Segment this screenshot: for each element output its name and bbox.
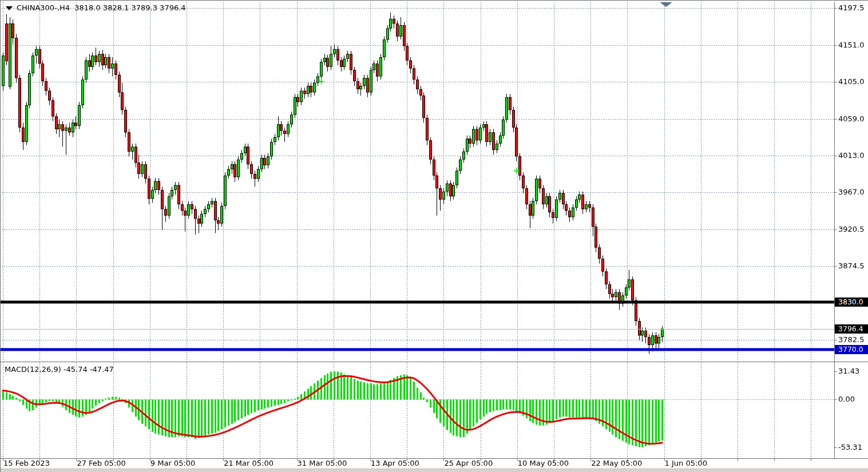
macd-axis-label: 31.43 [838,367,859,376]
macd-axis-label: -53.31 [838,443,862,452]
time-axis-label: 10 May 05:00 [518,459,569,468]
time-axis-label: 1 Jun 05:00 [665,459,707,468]
window-bottom-edge [1,469,868,472]
ohlc-dropdown-icon [6,6,13,10]
price-axis-label: 3967.0 [838,188,865,197]
macd-indicator-label: MACD(12,26,9) -45.74 -47.47 [5,365,114,374]
price-axis-label: 4105.0 [838,77,865,86]
time-axis-label: 9 Mar 05:00 [150,459,196,468]
chart-canvas[interactable] [1,1,868,472]
price-axis-label: 4151.0 [838,41,865,50]
price-axis-label: 4059.0 [838,114,865,124]
time-axis-label: 21 Mar 05:00 [224,459,274,468]
time-axis-label: 31 Mar 05:00 [298,459,347,468]
time-axis-label: 25 Apr 05:00 [444,459,493,468]
price-badge: 3770.0 [835,345,868,354]
price-badge: 3796.4 [835,324,868,334]
time-axis-label: 15 Feb 2023 [3,459,50,468]
time-axis-label: 13 Apr 05:00 [371,459,419,468]
price-axis-label: 4197.5 [838,3,865,13]
time-axis-label: 27 Feb 05:00 [77,459,125,468]
price-axis-label: 3874.5 [838,261,865,271]
chart-title-text: CHINA300-,H4 3818.0 3828.1 3789.3 3796.4 [17,3,186,12]
macd-axis-label: 0.00 [838,395,855,404]
price-axis-label: 3782.5 [838,335,865,344]
chart-window: CHINA300-,H4 3818.0 3828.1 3789.3 3796.4… [0,0,868,472]
time-axis-label: 22 May 05:00 [591,459,642,468]
chart-title: CHINA300-,H4 3818.0 3828.1 3789.3 3796.4 [5,3,186,12]
price-axis-label: 3920.5 [838,225,865,234]
chart-shift-marker[interactable] [660,2,672,7]
price-axis-label: 4013.0 [838,151,865,160]
price-badge: 3830.0 [835,298,868,307]
